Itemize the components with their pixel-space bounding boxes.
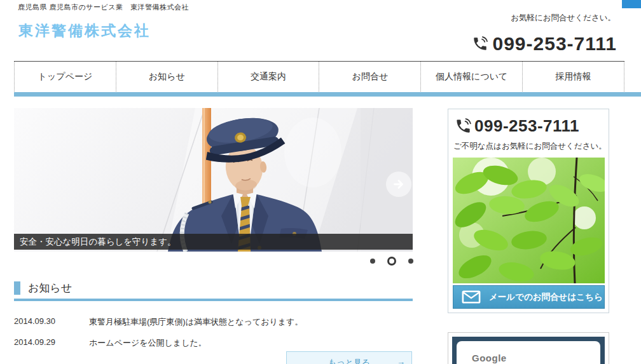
main-nav: トップページ お知らせ 交通案内 お問合せ 個人情報について 採用情報 bbox=[14, 61, 624, 91]
news-header-rule bbox=[14, 299, 413, 301]
news-more-button[interactable]: もっと見る → bbox=[286, 351, 412, 364]
sidebar-phone-note: ご不明な点はお気軽にお問合せください。 bbox=[453, 141, 607, 152]
header-phone-number: 099-253-7111 bbox=[492, 33, 617, 55]
sidebar-phone-number: 099-253-7111 bbox=[474, 116, 579, 136]
news-row: 2014.09.29 ホームページを公開しました。 bbox=[14, 337, 207, 349]
nav-item-top-page[interactable]: トップページ bbox=[14, 62, 116, 91]
hero-caption: 安全・安心な明日の暮らしを守ります。 bbox=[14, 234, 413, 250]
corner-accent bbox=[622, 0, 641, 8]
nav-item-privacy[interactable]: 個人情報について bbox=[420, 62, 522, 91]
carousel-dot-active[interactable] bbox=[387, 257, 396, 266]
sidebar-contact-box: 099-253-7111 ご不明な点はお気軽にお問合せください。 bbox=[448, 109, 609, 313]
carousel-dots bbox=[370, 256, 413, 266]
google-map-embed[interactable]: Google bbox=[457, 341, 600, 364]
nav-item-news[interactable]: お知らせ bbox=[116, 62, 217, 91]
mail-button-label: メールでのお問合せはこちら bbox=[489, 292, 603, 303]
news-section-header: お知らせ bbox=[14, 281, 72, 295]
news-row: 2014.09.30 東警月極駐車場(県庁東側)は満車状態となっております。 bbox=[14, 316, 303, 328]
news-section-title: お知らせ bbox=[28, 281, 72, 295]
arrow-right-icon bbox=[392, 177, 406, 191]
phone-icon bbox=[455, 118, 472, 135]
carousel-dot[interactable] bbox=[370, 259, 375, 264]
news-date: 2014.09.29 bbox=[14, 337, 89, 349]
header-phone: 099-253-7111 bbox=[472, 33, 617, 55]
carousel-dot[interactable] bbox=[408, 259, 413, 264]
sidebar-map-box: Google bbox=[448, 332, 609, 364]
page: 鹿児島県 鹿児島市のサービス業 東洋警備株式会社 東洋警備株式会社 お気軽にお問… bbox=[0, 0, 641, 364]
nav-accent-stripe bbox=[14, 92, 641, 97]
arrow-right-icon: → bbox=[397, 357, 405, 364]
sidebar-phone: 099-253-7111 bbox=[455, 116, 579, 136]
hero-carousel: 安全・安心な明日の暮らしを守ります。 bbox=[14, 108, 413, 252]
nav-item-contact[interactable]: お問合せ bbox=[319, 62, 420, 91]
carousel-next-button[interactable] bbox=[386, 172, 411, 197]
envelope-icon bbox=[462, 290, 481, 304]
company-logo-text[interactable]: 東洋警備株式会社 bbox=[18, 21, 151, 41]
news-accent-bar bbox=[14, 281, 20, 295]
mail-contact-button[interactable]: メールでのお問合せはこちら bbox=[453, 285, 605, 309]
hero-image-security-guard bbox=[14, 108, 413, 252]
phone-icon bbox=[472, 36, 488, 52]
news-text[interactable]: ホームページを公開しました。 bbox=[89, 337, 207, 349]
map-frame: Google bbox=[452, 337, 605, 364]
google-logo[interactable]: Google bbox=[472, 353, 507, 363]
news-text[interactable]: 東警月極駐車場(県庁東側)は満車状態となっております。 bbox=[89, 316, 303, 328]
nav-item-access[interactable]: 交通案内 bbox=[217, 62, 319, 91]
news-more-label: もっと見る bbox=[287, 357, 411, 364]
green-leaves-photo bbox=[453, 158, 605, 283]
nav-item-recruit[interactable]: 採用情報 bbox=[522, 62, 624, 91]
news-date: 2014.09.30 bbox=[14, 316, 89, 328]
header-contact-note: お気軽にお問合せください。 bbox=[511, 13, 616, 24]
site-tagline: 鹿児島県 鹿児島市のサービス業 東洋警備株式会社 bbox=[18, 3, 189, 12]
